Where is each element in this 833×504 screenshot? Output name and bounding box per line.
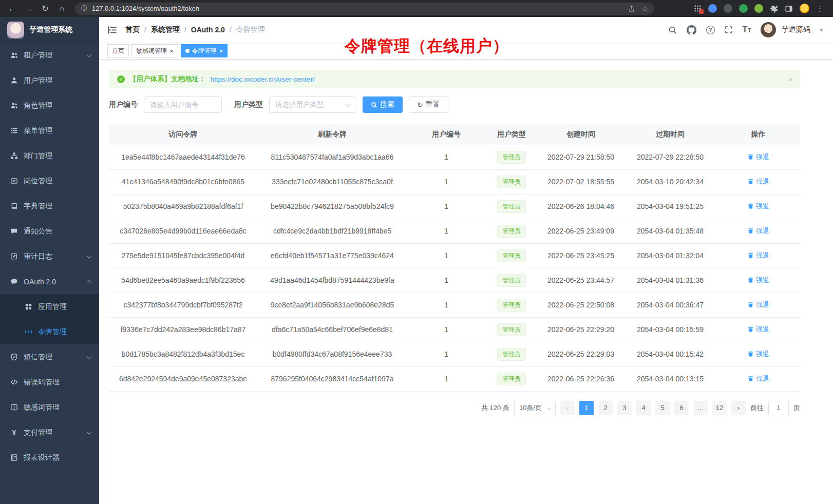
breadcrumb-system[interactable]: 系统管理 bbox=[151, 25, 180, 34]
fullscreen-icon[interactable] bbox=[725, 26, 733, 34]
breadcrumb-home[interactable]: 首页 bbox=[125, 25, 140, 34]
force-logout-button[interactable]: 强退 bbox=[747, 300, 769, 309]
alert-close-icon[interactable]: × bbox=[788, 75, 793, 84]
goto-page-input[interactable] bbox=[768, 401, 789, 415]
sidebar-item-report-designer[interactable]: 报表设计器 bbox=[0, 445, 99, 470]
search-button[interactable]: 搜索 bbox=[363, 96, 403, 113]
github-icon[interactable] bbox=[687, 25, 696, 35]
side-panel-icon[interactable] bbox=[785, 5, 793, 13]
site-info-icon[interactable]: ⓘ bbox=[81, 4, 87, 13]
user-id-cell: 1 bbox=[407, 366, 485, 391]
sidebar-item-user[interactable]: 用户管理 bbox=[0, 68, 99, 93]
address-bar[interactable]: ⓘ 127.0.0.1:1024/system/oauth2/token ☆ bbox=[75, 3, 654, 15]
close-icon[interactable]: × bbox=[219, 48, 223, 54]
app-logo[interactable]: 芋道管理系统 bbox=[0, 17, 99, 43]
sidebar-item-role[interactable]: 角色管理 bbox=[0, 93, 99, 118]
sidebar-item-error-code[interactable]: 错误码管理 bbox=[0, 370, 99, 395]
notification-badge bbox=[699, 9, 704, 14]
force-logout-button[interactable]: 强退 bbox=[747, 202, 769, 211]
sidebar-item-oauth2-token[interactable]: 令牌管理 bbox=[0, 319, 99, 344]
extension-icon-blue[interactable] bbox=[708, 4, 717, 13]
page-button-1[interactable]: 1 bbox=[579, 401, 594, 415]
force-logout-button[interactable]: 强退 bbox=[747, 374, 769, 383]
share-icon[interactable] bbox=[628, 5, 635, 12]
reset-button[interactable]: ↻ 重置 bbox=[409, 96, 448, 113]
browser-profile-avatar[interactable] bbox=[800, 4, 809, 13]
user-type-cell: 管理员 bbox=[485, 342, 538, 366]
extension-icon-dark[interactable] bbox=[724, 4, 732, 13]
home-icon[interactable]: ⌂ bbox=[54, 0, 69, 17]
search-icon[interactable] bbox=[668, 26, 677, 34]
chevron-down-icon bbox=[547, 405, 551, 410]
table-row: b0d1785bc3a8482f812db4a3f3bd15ec b0df498… bbox=[109, 342, 800, 366]
page-button-3[interactable]: 3 bbox=[617, 401, 632, 415]
sidebar-item-post[interactable]: 岗位管理 bbox=[0, 168, 99, 193]
force-logout-button[interactable]: 强退 bbox=[747, 152, 769, 162]
refresh-token-cell: b0df4980ffd34c67a08f9156e4eee733 bbox=[257, 342, 407, 366]
apps-grid-icon[interactable] bbox=[694, 5, 702, 12]
app-title: 芋道管理系统 bbox=[29, 25, 72, 34]
page-size-select[interactable]: 10条/页 bbox=[514, 401, 556, 415]
sidebar-item-sensitive-word[interactable]: 敏感词管理 bbox=[0, 395, 99, 420]
sidebar-item-label: 岗位管理 bbox=[24, 177, 52, 186]
sidebar-item-dept[interactable]: 部门管理 bbox=[0, 143, 99, 168]
username[interactable]: 芋道源码 bbox=[781, 25, 810, 34]
page-more-button[interactable]: ... bbox=[693, 401, 708, 415]
force-logout-button[interactable]: 强退 bbox=[747, 325, 769, 334]
pagination-prev-button[interactable]: ‹ bbox=[560, 401, 575, 415]
sidebar-item-pay[interactable]: ¥ 支付管理 bbox=[0, 420, 99, 445]
sidebar-item-sms[interactable]: 短信管理 bbox=[0, 344, 99, 370]
user-id-cell: 1 bbox=[407, 293, 485, 317]
tab-token[interactable]: 令牌管理 × bbox=[181, 44, 228, 57]
breadcrumb-oauth2[interactable]: OAuth 2.0 bbox=[191, 26, 225, 34]
extension-icon-green[interactable] bbox=[739, 4, 748, 13]
help-icon[interactable]: ? bbox=[706, 26, 715, 34]
sidebar-item-dict[interactable]: 字典管理 bbox=[0, 193, 99, 219]
expire-time-cell: 2054-03-04 00:15:59 bbox=[624, 317, 716, 342]
trash-icon bbox=[747, 153, 754, 160]
alert-text: 【用户体系】文档地址： bbox=[129, 74, 206, 84]
page-button-2[interactable]: 2 bbox=[598, 401, 613, 415]
sidebar-toggle-icon[interactable] bbox=[107, 25, 117, 35]
access-token-cell: 6d842e2924594de9a09e45e087323abe bbox=[109, 366, 257, 391]
table-row: 1ea5e44f8bc1467aaede43144f31de76 811c530… bbox=[109, 145, 800, 169]
force-logout-button[interactable]: 强退 bbox=[747, 177, 769, 186]
back-icon[interactable]: ← bbox=[5, 0, 20, 17]
forward-icon[interactable]: → bbox=[22, 0, 36, 17]
access-token-cell: 502375b8040a469a9b82188afdf6af1f bbox=[109, 194, 257, 219]
sidebar-item-menu[interactable]: 菜单管理 bbox=[0, 118, 99, 143]
pagination-next-button[interactable]: › bbox=[731, 401, 746, 415]
user-avatar[interactable] bbox=[761, 22, 776, 37]
action-cell: 强退 bbox=[716, 194, 800, 219]
tab-sensitive-words[interactable]: 敏感词管理 × bbox=[131, 44, 178, 57]
bookmark-star-icon[interactable]: ☆ bbox=[641, 5, 648, 12]
font-size-icon[interactable]: TT bbox=[743, 26, 751, 34]
force-logout-button[interactable]: 强退 bbox=[747, 251, 769, 260]
sidebar-item-audit-log[interactable]: 审计日志 bbox=[0, 244, 99, 269]
sidebar-item-oauth2[interactable]: OAuth 2.0 bbox=[0, 269, 99, 294]
page-button-5[interactable]: 5 bbox=[655, 401, 670, 415]
tab-home[interactable]: 首页 bbox=[107, 44, 129, 57]
sidebar-item-oauth2-client[interactable]: 应用管理 bbox=[0, 294, 99, 319]
action-cell: 强退 bbox=[716, 169, 800, 194]
close-icon[interactable]: × bbox=[169, 48, 174, 54]
force-logout-button[interactable]: 强退 bbox=[747, 350, 769, 359]
doc-link[interactable]: https://doc.iocoder.cn/user-center/ bbox=[211, 75, 315, 83]
page-button-6[interactable]: 6 bbox=[674, 401, 689, 415]
sidebar-item-tenant[interactable]: 租户管理 bbox=[0, 43, 99, 68]
browser-menu-icon[interactable]: ⋮ bbox=[816, 4, 824, 13]
sidebar-item-notice[interactable]: 通知公告 bbox=[0, 219, 99, 244]
action-cell: 强退 bbox=[716, 342, 800, 366]
chevron-down-icon[interactable]: ▾ bbox=[820, 27, 823, 33]
reload-icon[interactable]: ↻ bbox=[38, 0, 52, 17]
force-logout-button[interactable]: 强退 bbox=[747, 226, 769, 236]
extensions-puzzle-icon[interactable] bbox=[770, 5, 778, 13]
page-button-4[interactable]: 4 bbox=[636, 401, 651, 415]
extension-icon-lime[interactable] bbox=[754, 4, 763, 13]
force-logout-button[interactable]: 强退 bbox=[747, 276, 769, 285]
user-id-input[interactable] bbox=[144, 96, 222, 113]
page-button-12[interactable]: 12 bbox=[712, 401, 727, 415]
user-type-select[interactable]: 请选择用户类型 bbox=[269, 96, 355, 113]
total-count: 共 120 条 bbox=[481, 403, 509, 413]
user-type-cell: 管理员 bbox=[485, 145, 538, 169]
